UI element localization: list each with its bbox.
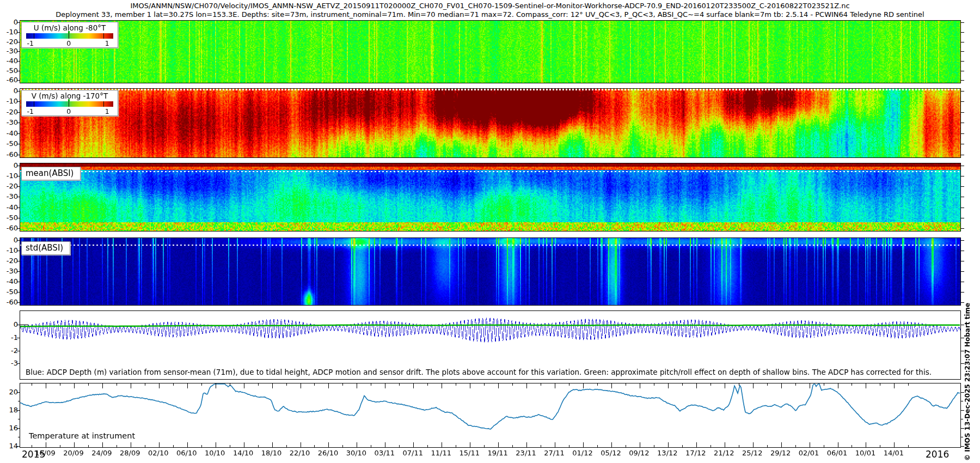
x-minor-tick <box>908 445 909 447</box>
x-tick-label: 10/01 <box>855 449 875 457</box>
x-tick-label: 27/11 <box>544 449 564 457</box>
x-minor-tick <box>626 445 626 447</box>
x-minor-tick <box>682 445 683 447</box>
x-minor-tick <box>484 445 485 447</box>
x-tick-mark <box>272 383 273 388</box>
x-tick-mark <box>46 442 46 447</box>
v-velocity-legend: V (m/s) along -170°T -1 0 1 <box>21 90 118 116</box>
y-tick-label: 0 <box>0 161 18 169</box>
panel-depth-variation: Blue: ADCP Depth (m) variation from sens… <box>20 310 961 380</box>
x-tick-mark <box>753 383 754 388</box>
x-minor-tick <box>512 383 513 386</box>
colorbar-tick-labels: -1 0 1 <box>22 107 118 115</box>
x-tick-mark <box>442 442 442 447</box>
colorbar-tick-label: 1 <box>105 39 109 47</box>
x-minor-tick <box>880 445 880 447</box>
y-tick-mark <box>961 155 964 155</box>
x-minor-tick <box>342 383 343 386</box>
x-tick-mark <box>696 442 697 447</box>
x-tick-label: 28/09 <box>120 449 140 457</box>
x-tick-label: 18/10 <box>261 449 281 457</box>
y-tick-mark <box>17 51 20 52</box>
x-tick-mark <box>810 442 810 447</box>
y-tick-label: -60 <box>0 76 18 84</box>
x-tick-mark <box>102 383 103 388</box>
x-minor-tick <box>427 383 428 386</box>
x-minor-tick <box>60 383 60 386</box>
x-minor-tick <box>32 445 32 447</box>
x-tick-mark <box>46 383 46 388</box>
panel-std-absi-heatmap: std(ABSI) 0-10-20-30-40-50-60 <box>20 237 961 306</box>
x-tick-label: 23/11 <box>516 449 536 457</box>
v-velocity-colorbar <box>26 101 113 107</box>
y-tick-mark <box>961 271 964 272</box>
x-tick-mark <box>301 442 301 447</box>
mean-absi-heatmap-canvas <box>20 163 960 231</box>
x-tick-mark <box>781 442 782 447</box>
x-tick-label: 03/11 <box>375 449 395 457</box>
depth-variation-caption: Blue: ADCP Depth (m) variation from sens… <box>26 368 932 376</box>
x-tick-mark <box>696 383 697 388</box>
y-tick-mark <box>961 176 964 176</box>
y-tick-label: -20 <box>0 257 18 265</box>
y-tick-label: -30 <box>0 192 18 200</box>
year-label-right: 2016 <box>926 449 949 460</box>
figure-root: IMOS/ANMN/NSW/CH070/Velocity/IMOS_ANMN-N… <box>0 0 980 463</box>
y-tick-mark <box>17 42 20 42</box>
y-tick-mark <box>961 218 964 218</box>
x-minor-tick <box>314 383 315 386</box>
y-tick-mark <box>961 251 964 251</box>
x-minor-tick <box>484 383 485 386</box>
colorbar-tick-label: 0 <box>66 107 71 115</box>
y-tick-mark <box>961 112 964 113</box>
colorbar-tick <box>69 33 69 39</box>
x-tick-label: 13/12 <box>657 449 677 457</box>
y-tick-mark <box>17 80 20 81</box>
x-minor-tick <box>145 445 145 447</box>
x-tick-mark <box>866 383 866 388</box>
y-tick-mark <box>17 351 20 351</box>
x-tick-mark <box>328 383 329 388</box>
x-tick-mark <box>583 442 584 447</box>
x-tick-mark <box>216 383 216 388</box>
x-tick-mark <box>781 383 782 388</box>
y-tick-mark <box>17 208 20 208</box>
x-tick-mark <box>159 383 160 388</box>
x-minor-tick <box>230 383 230 386</box>
y-tick-label: -30 <box>0 267 18 275</box>
temperature-canvas <box>20 383 960 447</box>
x-minor-tick <box>173 445 174 447</box>
colorbar-tick <box>69 101 69 107</box>
colorbar-tick <box>103 33 104 39</box>
y-tick-label: -30 <box>0 118 18 126</box>
y-tick-mark <box>17 446 20 447</box>
x-minor-tick <box>117 445 117 447</box>
y-tick-label: -60 <box>0 224 18 232</box>
x-minor-tick <box>739 383 739 386</box>
x-tick-mark <box>357 383 357 388</box>
colorbar-tick <box>103 101 104 107</box>
y-tick-label: -50 <box>0 214 18 222</box>
x-tick-mark <box>244 442 244 447</box>
x-tick-mark <box>131 442 131 447</box>
x-tick-mark <box>216 442 216 447</box>
panel-mean-absi-heatmap: mean(ABSI) 0-10-20-30-40-50-60 <box>20 163 961 232</box>
y-tick-mark <box>17 392 20 393</box>
x-tick-mark <box>74 442 75 447</box>
x-tick-mark <box>668 383 669 388</box>
y-tick-mark <box>17 61 20 62</box>
x-tick-mark <box>498 442 499 447</box>
u-velocity-legend-title: U (m/s) along -80°T <box>22 22 118 32</box>
y-tick-mark <box>961 42 964 42</box>
y-tick-mark <box>17 133 20 134</box>
x-minor-tick <box>399 445 400 447</box>
y-tick-label: -10 <box>0 172 18 180</box>
y-tick-label: -1 <box>0 333 18 342</box>
x-tick-mark <box>810 383 810 388</box>
x-tick-label: 21/12 <box>714 449 734 457</box>
x-tick-label: 09/12 <box>629 449 649 457</box>
y-tick-label: -30 <box>0 47 18 55</box>
x-minor-tick <box>626 383 626 386</box>
x-tick-mark <box>102 442 103 447</box>
y-tick-label: -3 <box>0 359 18 367</box>
